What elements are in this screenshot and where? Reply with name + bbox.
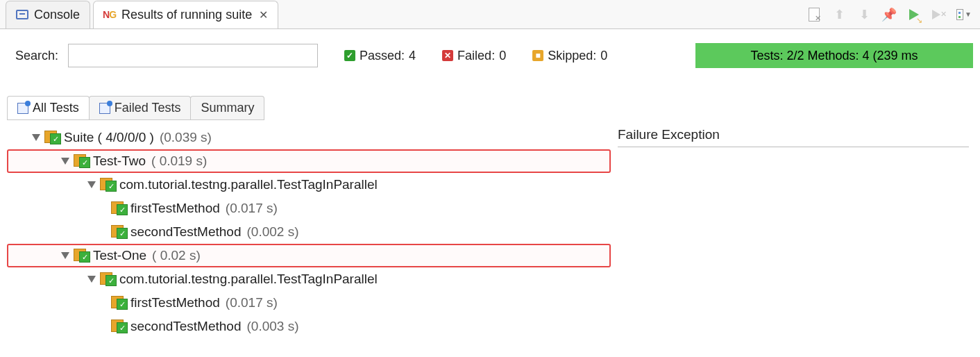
tree-test-one-node[interactable]: Test-One ( 0.02 s) (7, 244, 611, 267)
test-one-label: Test-One (93, 248, 146, 263)
class-pass-icon (100, 178, 115, 192)
testng-icon (103, 8, 116, 21)
class-label: com.tutorial.testng.parallel.TestTagInPa… (119, 272, 378, 287)
close-icon[interactable]: ✕ (259, 8, 268, 22)
tab-failed-tests-label: Failed Tests (115, 101, 181, 115)
passed-label: Passed: (360, 49, 405, 63)
method-label: firstTestMethod (130, 201, 220, 216)
passed-value: 4 (409, 49, 416, 63)
clear-doc-icon[interactable] (806, 7, 822, 22)
method-time: (0.017 s) (226, 295, 278, 310)
method-label: secondTestMethod (130, 319, 242, 334)
tab-console-label: Console (34, 8, 80, 22)
test-two-time: ( 0.019 s) (151, 153, 207, 169)
class-label: com.tutorial.testng.parallel.TestTagInPa… (119, 177, 378, 192)
tree-icon (99, 103, 110, 114)
method-time: (0.003 s) (247, 319, 299, 334)
pin-icon[interactable]: 📌 (881, 7, 897, 22)
summary-row: Search: ✓ Passed: 4 ✕ Failed: 0 ■ Skippe… (0, 29, 980, 75)
tree-method-node[interactable]: firstTestMethod (0.017 s) (7, 197, 611, 220)
test-pass-icon (74, 154, 89, 168)
failed-label: Failed: (457, 49, 495, 63)
suite-time: (0.039 s) (160, 130, 212, 145)
tree-method-node[interactable]: secondTestMethod (0.003 s) (7, 315, 611, 338)
tree-test-two-node[interactable]: Test-Two ( 0.019 s) (7, 149, 611, 173)
failed-icon: ✕ (442, 50, 453, 61)
failure-detail-pane: Failure Exception (611, 123, 980, 338)
suite-pass-icon (44, 131, 60, 144)
method-label: firstTestMethod (130, 295, 220, 310)
tab-console[interactable]: Console (6, 1, 90, 28)
test-pass-icon (74, 249, 89, 263)
failed-stat: ✕ Failed: 0 (442, 49, 506, 63)
tab-results[interactable]: Results of running suite ✕ (93, 1, 278, 28)
passed-icon: ✓ (344, 50, 355, 61)
tab-failed-tests[interactable]: Failed Tests (89, 96, 192, 119)
suite-label: Suite ( 4/0/0/0 ) (64, 130, 154, 145)
skipped-value: 0 (600, 49, 607, 63)
method-pass-icon (111, 225, 126, 239)
test-two-label: Test-Two (93, 153, 146, 169)
passed-stat: ✓ Passed: 4 (344, 49, 416, 63)
search-label: Search: (15, 49, 58, 63)
tab-summary-label: Summary (201, 101, 254, 115)
tab-summary[interactable]: Summary (190, 96, 264, 119)
tree-class-node[interactable]: com.tutorial.testng.parallel.TestTagInPa… (7, 267, 611, 291)
view-menu-icon[interactable]: ▼ (956, 7, 972, 22)
failed-value: 0 (499, 49, 506, 63)
tree-method-node[interactable]: secondTestMethod (0.002 s) (7, 220, 611, 244)
search-input[interactable] (68, 44, 318, 67)
view-toolbar: ⬆ ⬇ 📌 ✕ ▼ (806, 7, 980, 22)
chevron-down-icon[interactable] (87, 181, 96, 188)
tree-class-node[interactable]: com.tutorial.testng.parallel.TestTagInPa… (7, 173, 611, 197)
method-time: (0.017 s) (226, 201, 278, 216)
rerun-icon[interactable] (906, 7, 922, 22)
method-pass-icon (111, 296, 126, 310)
tests-progress-bar: Tests: 2/2 Methods: 4 (239 ms (695, 43, 973, 68)
arrow-down-icon[interactable]: ⬇ (856, 7, 872, 22)
chevron-down-icon[interactable] (87, 276, 96, 283)
tab-results-label: Results of running suite (121, 8, 252, 22)
skipped-label: Skipped: (548, 49, 596, 63)
test-one-time: ( 0.02 s) (152, 248, 201, 263)
tests-progress-label: Tests: 2/2 Methods: 4 (239 ms (750, 49, 918, 63)
results-tree: Suite ( 4/0/0/0 ) (0.039 s) Test-Two ( 0… (7, 126, 611, 338)
skipped-icon: ■ (532, 50, 543, 61)
skipped-stat: ■ Skipped: 0 (532, 49, 607, 63)
tree-icon (17, 103, 28, 114)
tree-suite-node[interactable]: Suite ( 4/0/0/0 ) (0.039 s) (7, 126, 611, 149)
console-icon (16, 10, 28, 19)
method-pass-icon (111, 319, 126, 333)
chevron-down-icon[interactable] (32, 134, 40, 141)
tab-all-tests[interactable]: All Tests (7, 96, 90, 119)
failure-exception-header: Failure Exception (618, 127, 969, 147)
chevron-down-icon[interactable] (61, 252, 69, 259)
class-pass-icon (100, 272, 115, 286)
tab-all-tests-label: All Tests (33, 101, 79, 115)
top-tab-bar: Console Results of running suite ✕ ⬆ ⬇ 📌… (0, 0, 980, 29)
rerun-failed-icon[interactable]: ✕ (931, 7, 947, 22)
arrow-up-icon[interactable]: ⬆ (831, 7, 847, 22)
method-label: secondTestMethod (130, 224, 242, 240)
tree-method-node[interactable]: firstTestMethod (0.017 s) (7, 291, 611, 315)
method-time: (0.002 s) (247, 224, 299, 240)
chevron-down-icon[interactable] (61, 158, 69, 165)
result-tabs: All Tests Failed Tests Summary (7, 96, 264, 120)
method-pass-icon (111, 201, 126, 215)
